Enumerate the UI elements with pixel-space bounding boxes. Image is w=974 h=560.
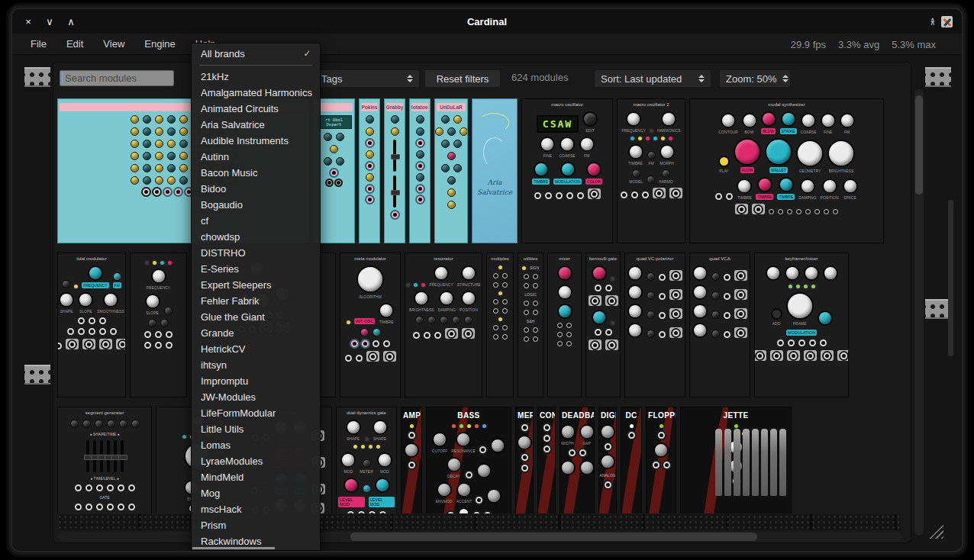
horizontal-scrollbar-thumb[interactable] (350, 533, 757, 541)
module-card-jette[interactable]: JETTE (680, 407, 792, 513)
brand-menu-item[interactable]: Expert Sleepers (192, 277, 320, 293)
jack-icon (493, 334, 498, 340)
module-card-pokles[interactable]: Pokles (359, 98, 380, 243)
brand-menu-item[interactable]: Amalgamated Harmonics (192, 85, 320, 101)
jack-icon (155, 331, 162, 338)
horizontal-scrollbar[interactable] (58, 532, 901, 542)
module-card-macro-oscillator[interactable]: macro oscillatorCSAWEDITFINECOARSEFMTIMB… (521, 98, 613, 243)
jack-icon (737, 311, 744, 317)
menu-item-edit[interactable]: Edit (66, 38, 83, 50)
module-card-dc[interactable]: DC (621, 407, 642, 513)
module-card-resonator[interactable]: resonatorFREQUENCYSTRUCTUREBRIGHTNESSDAM… (405, 253, 482, 397)
brand-menu-item[interactable]: LifeFormModular (192, 405, 320, 421)
brand-menu-item[interactable]: E-Series (192, 261, 320, 277)
knob-icon (840, 113, 855, 128)
jack-icon (75, 504, 82, 510)
brand-menu-item[interactable]: MindMeld (192, 469, 320, 485)
control-label: FREQUENCY (82, 282, 108, 288)
control-label: TIMBRE (777, 194, 795, 200)
module-card-mixer[interactable]: mixer (547, 253, 582, 397)
vertical-scrollbar-thumb[interactable] (915, 95, 923, 195)
jack-icon (417, 185, 424, 192)
brand-menu-item[interactable]: Mog (192, 485, 320, 501)
module-card-untitled[interactable]: FREQUENCYSLOPE (130, 253, 187, 397)
brand-menu-item[interactable]: Glue the Giant (192, 309, 320, 325)
brand-menu-item[interactable]: ihtsyn (192, 357, 320, 373)
module-card-utilities[interactable]: utilitiesSIGNLOGICS&H (518, 253, 543, 397)
brand-menu-item[interactable]: Fehler Fabrik (192, 293, 320, 309)
knob-icon (440, 316, 448, 324)
module-card-modal-synthesizer[interactable]: modal synthesizerCONTOURBOWBLOWSTRIKECOA… (689, 98, 884, 243)
jack-icon (724, 274, 730, 281)
brand-menu-item[interactable]: Prism (192, 517, 320, 533)
module-card-deadband[interactable]: DEADBANDWIDTHGAP (560, 407, 595, 513)
brand-menu-item[interactable]: Bidoo (192, 181, 320, 197)
menu-item-view[interactable]: View (103, 38, 124, 50)
module-card-segment-generator[interactable]: segment generator● SHAPE/TIME ●● TIME/LE… (57, 407, 152, 513)
menu-item-engine[interactable]: Engine (144, 38, 175, 50)
brand-menu-item[interactable]: mscHack (192, 501, 320, 517)
brand-menu-item[interactable]: Aria Salvatrice (192, 117, 320, 133)
brand-menu-item[interactable]: Animated Circuits (192, 101, 320, 117)
module-card-meta-modulator[interactable]: meta modulatorALGORITHMINT. OSCTIMBRE (340, 253, 401, 397)
jack-icon (128, 484, 135, 491)
rack-scrollbar-thumb[interactable] (948, 200, 953, 356)
brand-menu-item[interactable]: Lomas (192, 437, 320, 453)
brand-menu-item[interactable]: Autinn (192, 149, 320, 165)
dropdown-scrollbar[interactable] (192, 547, 275, 549)
jack-icon (175, 188, 182, 195)
module-card-dual-dynamics-gate[interactable]: dual dynamics gateSHAPESHAPEMODMETERMODL… (336, 407, 397, 513)
module-card-undular[interactable]: UnDuLaR (434, 98, 468, 243)
knob-icon (373, 420, 388, 435)
led-icon (482, 424, 486, 428)
led-icon (369, 445, 373, 449)
module-card-mera[interactable]: MERA (515, 407, 534, 513)
brand-menu-item[interactable]: Bogaudio (192, 197, 320, 213)
jack-icon (533, 327, 538, 333)
control-label: STRUCTURE (457, 282, 481, 287)
reset-filters-button[interactable]: Reset filters (425, 70, 500, 87)
jack-icon (89, 317, 95, 324)
module-card-quad-vca[interactable]: quad VCA (689, 253, 750, 397)
brand-menu-item[interactable]: Audible Instruments (192, 133, 320, 149)
tags-select[interactable]: Tags (315, 70, 419, 87)
collapse-all-icon[interactable]: ∧∧ (930, 18, 935, 24)
jack-icon (595, 329, 601, 336)
brand-menu-item[interactable]: DISTRHO (192, 245, 320, 261)
module-card-bernoulli-gate[interactable]: bernoulli gate (585, 253, 621, 397)
module-card-rotatoes[interactable]: Rotatoes (409, 98, 431, 243)
brand-menu-item[interactable]: 21kHz (192, 69, 320, 85)
module-card-keyframer-mixer[interactable]: keyframer/mixerADDFRAMEMODULATION (754, 253, 849, 397)
module-card-untitled[interactable]: Aria Salvatrice (472, 98, 518, 243)
module-card-quad-vc-polarizer[interactable]: quad VC-polarizer (624, 253, 685, 397)
module-card-grabby[interactable]: Grabby (384, 98, 405, 243)
brand-menu-item[interactable]: cf (192, 213, 320, 229)
menu-item-file[interactable]: File (31, 38, 47, 50)
zoom-select[interactable]: Zoom: 50% (720, 70, 790, 87)
module-card-flopper[interactable]: FLOPPER (646, 407, 676, 513)
module-card-digi[interactable]: DIGIANALOG (598, 407, 617, 513)
resize-grip-icon[interactable] (928, 523, 943, 539)
menu-items: FileEditViewEngineHelp (12, 38, 216, 50)
search-input[interactable]: Search modules (60, 70, 174, 86)
module-card-amp[interactable]: AMP (401, 407, 422, 513)
brand-menu-item[interactable]: HetrickCV (192, 341, 320, 357)
vertical-scrollbar[interactable] (914, 89, 924, 536)
tag-label: INT. OSC (354, 318, 375, 324)
brand-menu-item[interactable]: Bacon Music (192, 165, 320, 181)
brand-menu-item[interactable]: chowdsp (192, 229, 320, 245)
module-card-bass[interactable]: BASSCUTOFFRESONANCEDECAYENVMODACCENT (426, 407, 511, 513)
menu-separator (199, 65, 312, 66)
module-card-conv[interactable]: CONV (537, 407, 556, 513)
brand-menu-item-selected[interactable]: All brands✓ (192, 46, 320, 62)
sort-select[interactable]: Sort: Last updated (595, 70, 711, 87)
brand-menu-item[interactable]: Little Utils (192, 421, 320, 437)
brand-menu-item[interactable]: Impromptu (192, 373, 320, 389)
module-card-macro-oscillator-2[interactable]: macro oscillator 2FREQUENCYHARMONICSTIMB… (617, 98, 685, 243)
module-card-tidal-modulator[interactable]: tidal modulatorFREQUENCYFMSHAPESLOPESMOO… (57, 253, 126, 397)
module-card-multiples[interactable]: multiples (486, 253, 514, 397)
knob-icon (373, 328, 381, 336)
brand-menu-item[interactable]: LyraeModules (192, 453, 320, 469)
brand-menu-item[interactable]: JW-Modules (192, 389, 320, 405)
brand-menu-item[interactable]: Grande (192, 325, 320, 341)
